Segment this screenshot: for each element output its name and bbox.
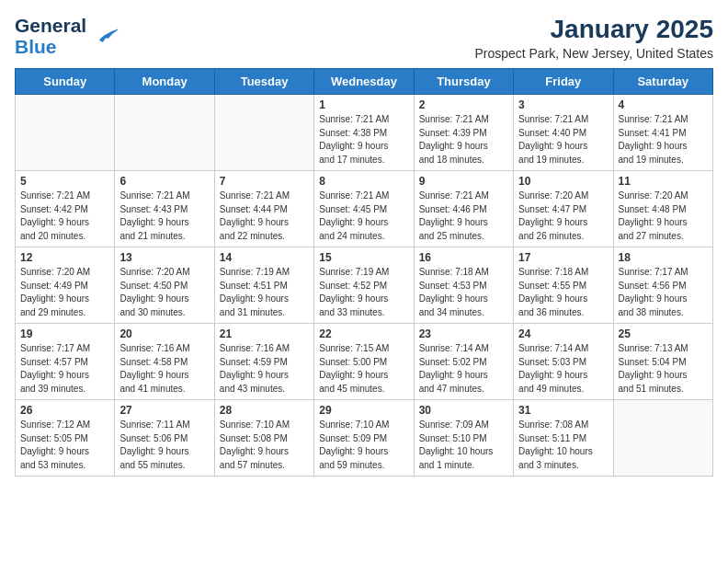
weekday-header-row: SundayMondayTuesdayWednesdayThursdayFrid…	[16, 69, 713, 95]
calendar-cell: 6Sunrise: 7:21 AM Sunset: 4:43 PM Daylig…	[115, 171, 214, 247]
calendar-cell: 15Sunrise: 7:19 AM Sunset: 4:52 PM Dayli…	[314, 247, 414, 324]
calendar-week-row: 12Sunrise: 7:20 AM Sunset: 4:49 PM Dayli…	[16, 247, 713, 324]
day-number: 11	[619, 175, 708, 188]
day-number: 12	[20, 251, 109, 264]
day-number: 5	[20, 175, 109, 188]
day-detail: Sunrise: 7:19 AM Sunset: 4:52 PM Dayligh…	[319, 266, 408, 319]
day-detail: Sunrise: 7:14 AM Sunset: 5:02 PM Dayligh…	[419, 342, 508, 396]
calendar-cell: 8Sunrise: 7:21 AM Sunset: 4:45 PM Daylig…	[314, 171, 414, 247]
calendar-cell: 17Sunrise: 7:18 AM Sunset: 4:55 PM Dayli…	[514, 247, 613, 324]
day-number: 24	[518, 327, 608, 340]
day-detail: Sunrise: 7:20 AM Sunset: 4:47 PM Dayligh…	[518, 190, 608, 243]
calendar-cell: 28Sunrise: 7:10 AM Sunset: 5:08 PM Dayli…	[214, 400, 313, 477]
logo-blue: Blue	[15, 36, 86, 57]
day-number: 31	[518, 404, 608, 417]
logo-general: General	[15, 15, 86, 36]
logo: General Blue	[15, 15, 121, 57]
calendar-cell: 12Sunrise: 7:20 AM Sunset: 4:49 PM Dayli…	[16, 247, 115, 324]
logo-bird-icon	[92, 20, 121, 53]
calendar-week-row: 1Sunrise: 7:21 AM Sunset: 4:38 PM Daylig…	[16, 95, 713, 171]
calendar-cell	[16, 95, 115, 171]
day-number: 28	[220, 404, 309, 417]
page-header: General Blue January 2025 Prospect Park,…	[15, 15, 713, 61]
calendar-cell: 30Sunrise: 7:09 AM Sunset: 5:10 PM Dayli…	[414, 400, 513, 477]
day-number: 26	[20, 404, 109, 417]
day-detail: Sunrise: 7:09 AM Sunset: 5:10 PM Dayligh…	[419, 419, 508, 472]
day-number: 20	[119, 327, 209, 340]
calendar-cell: 2Sunrise: 7:21 AM Sunset: 4:39 PM Daylig…	[414, 95, 513, 171]
day-number: 13	[119, 251, 209, 264]
calendar-cell: 27Sunrise: 7:11 AM Sunset: 5:06 PM Dayli…	[115, 400, 214, 477]
day-number: 22	[319, 327, 408, 340]
day-detail: Sunrise: 7:18 AM Sunset: 4:55 PM Dayligh…	[518, 266, 608, 319]
day-number: 1	[319, 98, 408, 111]
title-section: January 2025 Prospect Park, New Jersey, …	[474, 15, 713, 61]
calendar-cell: 14Sunrise: 7:19 AM Sunset: 4:51 PM Dayli…	[214, 247, 313, 324]
day-number: 14	[220, 251, 309, 264]
day-detail: Sunrise: 7:21 AM Sunset: 4:38 PM Dayligh…	[319, 113, 408, 167]
subtitle: Prospect Park, New Jersey, United States	[474, 46, 713, 61]
weekday-header: Sunday	[16, 69, 115, 95]
weekday-header: Saturday	[613, 69, 712, 95]
day-detail: Sunrise: 7:21 AM Sunset: 4:39 PM Dayligh…	[419, 113, 508, 167]
day-number: 10	[518, 175, 608, 188]
calendar-cell: 20Sunrise: 7:16 AM Sunset: 4:58 PM Dayli…	[115, 324, 214, 400]
calendar-cell: 13Sunrise: 7:20 AM Sunset: 4:50 PM Dayli…	[115, 247, 214, 324]
weekday-header: Monday	[115, 69, 214, 95]
calendar-cell: 22Sunrise: 7:15 AM Sunset: 5:00 PM Dayli…	[314, 324, 414, 400]
day-detail: Sunrise: 7:16 AM Sunset: 4:58 PM Dayligh…	[119, 342, 209, 396]
weekday-header: Thursday	[414, 69, 513, 95]
day-detail: Sunrise: 7:08 AM Sunset: 5:11 PM Dayligh…	[518, 419, 608, 472]
calendar-cell: 19Sunrise: 7:17 AM Sunset: 4:57 PM Dayli…	[16, 324, 115, 400]
day-detail: Sunrise: 7:13 AM Sunset: 5:04 PM Dayligh…	[619, 342, 708, 396]
weekday-header: Tuesday	[214, 69, 313, 95]
day-detail: Sunrise: 7:21 AM Sunset: 4:40 PM Dayligh…	[518, 113, 608, 167]
day-detail: Sunrise: 7:21 AM Sunset: 4:45 PM Dayligh…	[319, 190, 408, 243]
day-number: 15	[319, 251, 408, 264]
day-number: 7	[220, 175, 309, 188]
weekday-header: Wednesday	[314, 69, 414, 95]
day-number: 4	[619, 98, 708, 111]
day-detail: Sunrise: 7:19 AM Sunset: 4:51 PM Dayligh…	[220, 266, 309, 319]
day-detail: Sunrise: 7:20 AM Sunset: 4:48 PM Dayligh…	[619, 190, 708, 243]
calendar-table: SundayMondayTuesdayWednesdayThursdayFrid…	[15, 68, 713, 477]
day-number: 6	[119, 175, 209, 188]
day-detail: Sunrise: 7:20 AM Sunset: 4:49 PM Dayligh…	[20, 266, 109, 319]
calendar-cell: 11Sunrise: 7:20 AM Sunset: 4:48 PM Dayli…	[613, 171, 712, 247]
day-detail: Sunrise: 7:12 AM Sunset: 5:05 PM Dayligh…	[20, 419, 109, 472]
day-detail: Sunrise: 7:16 AM Sunset: 4:59 PM Dayligh…	[220, 342, 309, 396]
day-detail: Sunrise: 7:17 AM Sunset: 4:56 PM Dayligh…	[619, 266, 708, 319]
main-title: January 2025	[474, 15, 713, 44]
day-detail: Sunrise: 7:21 AM Sunset: 4:42 PM Dayligh…	[20, 190, 109, 243]
day-detail: Sunrise: 7:21 AM Sunset: 4:41 PM Dayligh…	[619, 113, 708, 167]
weekday-header: Friday	[514, 69, 613, 95]
calendar-cell: 21Sunrise: 7:16 AM Sunset: 4:59 PM Dayli…	[214, 324, 313, 400]
calendar-cell: 18Sunrise: 7:17 AM Sunset: 4:56 PM Dayli…	[613, 247, 712, 324]
calendar-week-row: 26Sunrise: 7:12 AM Sunset: 5:05 PM Dayli…	[16, 400, 713, 477]
calendar-cell	[214, 95, 313, 171]
day-detail: Sunrise: 7:10 AM Sunset: 5:08 PM Dayligh…	[220, 419, 309, 472]
day-number: 21	[220, 327, 309, 340]
day-number: 29	[319, 404, 408, 417]
calendar-cell: 29Sunrise: 7:10 AM Sunset: 5:09 PM Dayli…	[314, 400, 414, 477]
day-detail: Sunrise: 7:21 AM Sunset: 4:44 PM Dayligh…	[220, 190, 309, 243]
day-detail: Sunrise: 7:14 AM Sunset: 5:03 PM Dayligh…	[518, 342, 608, 396]
day-number: 16	[419, 251, 508, 264]
day-number: 9	[419, 175, 508, 188]
day-number: 19	[20, 327, 109, 340]
day-detail: Sunrise: 7:18 AM Sunset: 4:53 PM Dayligh…	[419, 266, 508, 319]
calendar-cell: 7Sunrise: 7:21 AM Sunset: 4:44 PM Daylig…	[214, 171, 313, 247]
day-detail: Sunrise: 7:21 AM Sunset: 4:46 PM Dayligh…	[419, 190, 508, 243]
calendar-cell: 31Sunrise: 7:08 AM Sunset: 5:11 PM Dayli…	[514, 400, 613, 477]
calendar-cell: 23Sunrise: 7:14 AM Sunset: 5:02 PM Dayli…	[414, 324, 513, 400]
day-number: 18	[619, 251, 708, 264]
day-detail: Sunrise: 7:11 AM Sunset: 5:06 PM Dayligh…	[119, 419, 209, 472]
day-detail: Sunrise: 7:17 AM Sunset: 4:57 PM Dayligh…	[20, 342, 109, 396]
day-detail: Sunrise: 7:15 AM Sunset: 5:00 PM Dayligh…	[319, 342, 408, 396]
calendar-week-row: 19Sunrise: 7:17 AM Sunset: 4:57 PM Dayli…	[16, 324, 713, 400]
day-detail: Sunrise: 7:10 AM Sunset: 5:09 PM Dayligh…	[319, 419, 408, 472]
day-detail: Sunrise: 7:21 AM Sunset: 4:43 PM Dayligh…	[119, 190, 209, 243]
day-number: 30	[419, 404, 508, 417]
day-number: 8	[319, 175, 408, 188]
day-number: 25	[619, 327, 708, 340]
